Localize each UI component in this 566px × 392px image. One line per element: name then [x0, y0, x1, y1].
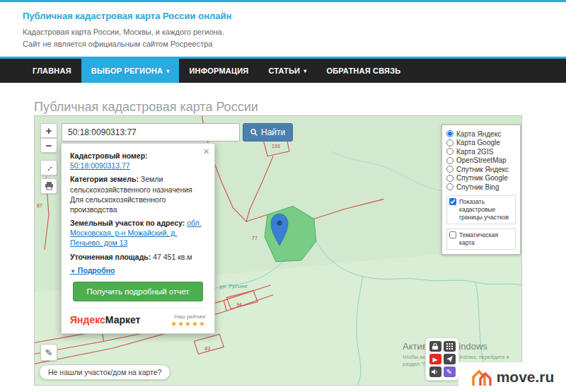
zoom-in-button[interactable]: +	[40, 123, 57, 138]
parcel-label-77: 77	[252, 236, 258, 241]
lock-icon[interactable]	[429, 341, 441, 352]
layer-option-label: Карта Яндекс	[456, 130, 501, 138]
chevron-down-icon: ▾	[166, 68, 169, 74]
radio-button[interactable]	[446, 175, 454, 182]
layer-option-google-satellite[interactable]: Спутник Google	[446, 174, 516, 182]
cadastral-number-link[interactable]: 50:18:0090313.77	[70, 161, 130, 170]
land-category-label: Категория земель:	[70, 175, 139, 183]
layer-option-label: Карта 2GIS	[456, 148, 493, 156]
parcel-label-87: 87	[37, 203, 42, 208]
layer-option-label: Спутник Bing	[456, 183, 499, 191]
thematic-map-checkbox[interactable]: Тематическая карта	[446, 229, 516, 250]
layer-option-2gis-map[interactable]: Карта 2GIS	[446, 148, 516, 156]
pencil-icon: ✎	[45, 347, 53, 358]
close-icon[interactable]: ×	[203, 146, 209, 156]
place-name-label: ур. Русине	[219, 283, 248, 289]
site-subtitle-2: Сайт не является официальным сайтом Роср…	[23, 38, 566, 50]
site-title-link[interactable]: Публичная кадастровая карта России онлай…	[23, 11, 231, 21]
apps-grid-icon[interactable]	[444, 341, 456, 352]
area-value: 47 451 кв.м	[153, 253, 192, 261]
radio-button[interactable]	[446, 139, 454, 146]
layer-option-label: Карта Google	[456, 139, 500, 146]
area-row: Уточненная площадь: 47 451 кв.м	[70, 252, 206, 262]
land-category-row: Категория земель: Земли сельскохозяйстве…	[70, 174, 206, 214]
parcel-label-94: 94	[236, 302, 242, 307]
speaker-icon[interactable]	[429, 367, 441, 377]
yandex-market-logo[interactable]: ЯндексМаркет	[70, 313, 140, 327]
cadastral-number-label: Кадастровый номер:	[70, 151, 148, 160]
radio-button[interactable]	[446, 157, 454, 164]
rating-block: Наш рейтинг ★★★★★	[171, 313, 206, 328]
yandex-market-row: ЯндексМаркет Наш рейтинг ★★★★★	[70, 308, 206, 328]
layer-option-yandex-map[interactable]: Карта Яндекс	[446, 130, 516, 138]
parcel-label-193: 193	[272, 144, 280, 149]
printer-icon	[45, 182, 54, 190]
radio-button[interactable]	[446, 130, 454, 137]
nav-label: ОБРАТНАЯ СВЯЗЬ	[326, 67, 400, 75]
checkbox-label: Показать кадастровые границы участков	[459, 198, 513, 221]
address-row: Земельный участок по адресу: обл. Москов…	[70, 218, 206, 248]
plus-icon: +	[46, 125, 52, 137]
overlay-toolbar: ▶ ✎	[425, 338, 459, 381]
radio-button[interactable]	[446, 183, 454, 190]
nav-item-feedback[interactable]: ОБРАТНАЯ СВЯЗЬ	[316, 59, 410, 83]
search-input[interactable]	[62, 123, 240, 142]
move-logo-text: move.ru	[497, 369, 555, 386]
rating-stars: ★★★★★	[171, 321, 206, 328]
land-use-value: Для сельскохозяйственного производства	[70, 195, 166, 214]
draw-button[interactable]: ✎	[40, 344, 57, 361]
edit-pencil-icon[interactable]: ✎	[444, 367, 456, 377]
page-title: Публичная кадастровая карта России	[34, 100, 566, 115]
site-subtitle-1: Кадастровая карта России, Москвы, и кажд…	[23, 26, 566, 38]
chevron-down-icon: ▾	[304, 68, 306, 74]
search-button-label: Найти	[261, 127, 285, 137]
send-icon[interactable]	[444, 354, 456, 364]
nav-item-articles[interactable]: СТАТЬИ▾	[258, 59, 316, 83]
youtube-icon[interactable]: ▶	[429, 354, 441, 364]
nav-item-region-select[interactable]: ВЫБОР РЕГИОНА▾	[81, 59, 180, 83]
nav-label: СТАТЬИ	[268, 67, 300, 75]
search-icon	[250, 129, 258, 136]
layer-option-label: Спутник Google	[456, 174, 508, 182]
details-link-label: Подробно	[78, 266, 115, 275]
layer-option-openstreetmap[interactable]: OpenStreetMap	[446, 156, 516, 164]
checkbox[interactable]	[449, 198, 456, 205]
nav-label: ВЫБОР РЕГИОНА	[91, 67, 163, 75]
layer-option-label: OpenStreetMap	[456, 156, 507, 164]
get-report-button[interactable]: Получить подробный отчет	[73, 282, 203, 301]
zoom-out-button[interactable]: −	[40, 138, 57, 153]
layer-option-bing-satellite[interactable]: Спутник Bing	[446, 183, 516, 191]
parcel-info-popup: × Кадастровый номер: 50:18:0090313.77 Ка…	[61, 143, 215, 334]
layer-option-google-map[interactable]: Карта Google	[446, 139, 516, 146]
radio-button[interactable]	[446, 148, 454, 155]
nav-item-home[interactable]: ГЛАВНАЯ	[23, 59, 81, 83]
move-house-icon	[470, 367, 493, 387]
measure-button[interactable]: ↔	[40, 160, 57, 175]
not-found-button[interactable]: Не нашли участок/дом на карте?	[39, 364, 171, 380]
nav-label: ГЛАВНАЯ	[33, 67, 71, 75]
details-row: ▼ Подробно	[70, 265, 206, 276]
watermark-title: Активация Windows	[403, 341, 522, 352]
layer-option-yandex-satellite[interactable]: Спутник Яндекс	[446, 166, 516, 173]
show-cadastral-borders-checkbox[interactable]: Показать кадастровые границы участков	[446, 195, 516, 224]
nav-label: ИНФОРМАЦИЯ	[189, 67, 248, 75]
parcel-label-83: 83	[204, 346, 210, 351]
map-container[interactable]: 193 77 94 83 87 ур. Русине + − ↔ Найти	[34, 115, 522, 386]
main-nav: ГЛАВНАЯ ВЫБОР РЕГИОНА▾ ИНФОРМАЦИЯ СТАТЬИ…	[0, 57, 566, 83]
layer-switcher-panel: Карта Яндекс Карта Google Карта 2GIS Ope…	[441, 125, 521, 255]
site-header: Публичная кадастровая карта России онлай…	[0, 2, 566, 57]
chevron-down-icon: ▼	[70, 268, 76, 275]
checkbox-label: Тематическая карта	[459, 231, 513, 247]
diagonal-arrows-icon: ↔	[42, 161, 55, 174]
minus-icon: −	[46, 139, 52, 151]
yandex-brand: Яндекс	[70, 314, 105, 325]
layer-option-label: Спутник Яндекс	[456, 166, 509, 173]
checkbox[interactable]	[449, 231, 456, 238]
details-toggle-link[interactable]: ▼ Подробно	[70, 266, 115, 275]
radio-button[interactable]	[446, 166, 454, 173]
market-brand: Маркет	[105, 314, 141, 325]
area-label: Уточненная площадь:	[70, 253, 151, 261]
search-button[interactable]: Найти	[243, 123, 293, 142]
print-button[interactable]	[40, 178, 57, 194]
nav-item-information[interactable]: ИНФОРМАЦИЯ	[179, 59, 258, 83]
